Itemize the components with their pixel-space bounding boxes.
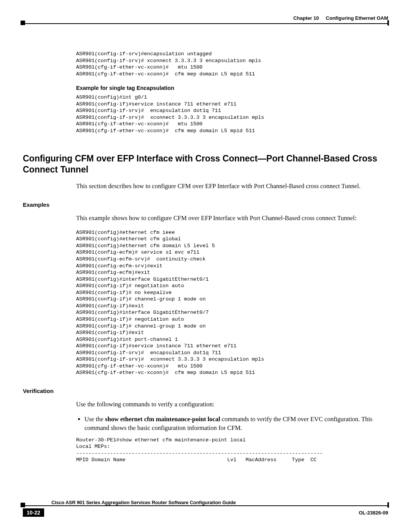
header-marker-icon [21, 21, 25, 25]
code-block-verification: Router-30-PE1#show ethernet cfm maintena… [76, 437, 388, 463]
subhead-single-tag: Example for single tag Encapsulation [76, 85, 388, 91]
verification-paragraph: Use the following commands to verify a c… [76, 400, 388, 408]
footer-end-icon [387, 502, 389, 508]
verification-bullet-item: Use the show ethernet cfm maintenance-po… [84, 415, 388, 432]
section-heading: Configuring CFM over EFP Interface with … [23, 153, 388, 175]
examples-heading: Examples [23, 201, 388, 208]
page-number: 10-22 [23, 508, 44, 517]
chapter-label: Chapter 10 [293, 15, 319, 21]
chapter-title: Configuring Ethernet OAM [326, 15, 388, 21]
verification-heading: Verification [23, 388, 388, 394]
examples-paragraph: This example shows how to configure CFM … [76, 214, 388, 222]
code-block-single-tag: ASR901(config)#int g0/1 ASR901(config-if… [76, 94, 388, 134]
code-block-examples: ASR901(config)#ethernet cfm ieee ASR901(… [76, 229, 388, 376]
footer-guide-title: Cisco ASR 901 Series Aggregation Service… [51, 500, 388, 505]
doc-id: OL-23826-09 [359, 510, 388, 516]
verification-bullets: Use the show ethernet cfm maintenance-po… [76, 415, 388, 432]
section-paragraph: This section describes how to configure … [76, 182, 388, 190]
footer-marker-icon [21, 503, 25, 507]
footer-rule [23, 505, 388, 506]
bullet-command: show ethernet cfm maintenance-point loca… [105, 415, 220, 423]
header-rule [23, 23, 388, 24]
code-block-untagged: ASR901(config-if-srv)#encapsulation unta… [76, 51, 388, 77]
bullet-pre-text: Use the [84, 415, 105, 423]
header-end-icon [387, 20, 389, 26]
